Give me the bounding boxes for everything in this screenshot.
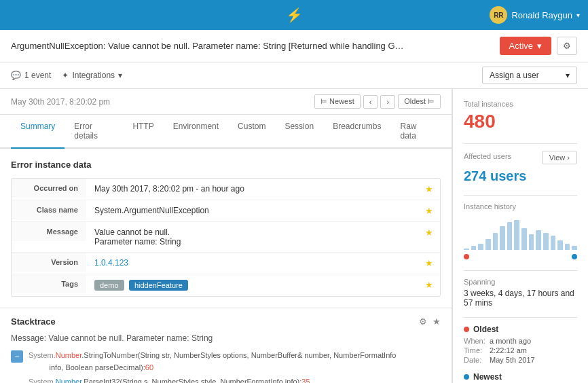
oldest-time-row: Time: 2:22:12 am	[464, 346, 577, 354]
user-menu[interactable]: RR Ronald Raygun ▾	[490, 6, 580, 24]
collapse-frame-button[interactable]: −	[11, 350, 23, 363]
assign-user-select[interactable]: Assign a user ▾	[482, 67, 577, 84]
event-count-item[interactable]: 💬 1 event	[11, 71, 51, 80]
oldest-button[interactable]: Oldest ⊨	[398, 94, 441, 109]
history-chart	[464, 216, 577, 250]
chart-bar	[493, 233, 498, 250]
table-row: Class name System.ArgumentNullException …	[12, 200, 440, 222]
tab-http[interactable]: HTTP	[123, 115, 163, 149]
chart-bar	[565, 244, 570, 250]
integrations-item[interactable]: ✦ Integrations ▾	[62, 71, 122, 80]
chart-bar	[536, 230, 541, 250]
settings-button[interactable]: ⚙	[557, 37, 577, 55]
affected-header: Affected users View ›	[464, 151, 577, 164]
stacktrace-gear-icon[interactable]: ⚙	[419, 316, 427, 327]
chart-bar	[478, 244, 483, 250]
integrations-label: Integrations	[72, 71, 115, 80]
toolbar-left: 💬 1 event ✦ Integrations ▾	[11, 71, 122, 80]
table-row: Tags demo hiddenFeature ★	[12, 274, 440, 296]
chart-bar	[529, 234, 534, 250]
frame-text: System.Number.ParseInt32(String s, Numbe…	[29, 376, 441, 383]
frame-class: Number	[56, 351, 82, 359]
chart-bar	[543, 233, 549, 250]
chart-bar	[471, 246, 477, 250]
tab-custom[interactable]: Custom	[228, 115, 275, 149]
content-area: Error instance data Occurred on May 30th…	[0, 149, 452, 308]
stack-frame: − System.Number.StringToNumber(String st…	[11, 350, 441, 373]
oldest-dot-icon	[464, 327, 469, 332]
frame-method: .ParseInt32(String s, NumberStyles style…	[81, 378, 301, 383]
timestamp-bar: May 30th 2017, 8:20:02 pm ⊨ Newest ‹ › O…	[0, 89, 452, 115]
date-key: Date:	[464, 356, 487, 364]
frame-method: .StringToNumber(String str, NumberStyles…	[29, 351, 396, 371]
star-class-icon[interactable]: ★	[418, 200, 440, 221]
star-message-icon[interactable]: ★	[418, 222, 440, 243]
oldest-event-header: Oldest	[464, 325, 577, 334]
active-button[interactable]: Active ▾	[500, 37, 551, 55]
spanning-section: Spanning 3 weeks, 4 days, 17 hours and 5…	[464, 278, 577, 308]
frame-namespace: System.	[29, 351, 56, 359]
oldest-when-value: a month ago	[490, 337, 531, 345]
instance-table: Occurred on May 30th 2017, 8:20:02 pm - …	[11, 178, 441, 297]
stacktrace-star-icon[interactable]: ★	[433, 316, 441, 327]
newest-button[interactable]: ⊨ Newest	[314, 94, 361, 109]
field-value-version: 1.0.4.123	[86, 253, 418, 273]
tab-raw-data[interactable]: Raw data	[391, 115, 441, 149]
frame-text: System.Number.StringToNumber(String str,…	[29, 350, 396, 373]
field-value-occurred: May 30th 2017, 8:20:02 pm - an hour ago	[86, 179, 418, 199]
tab-session[interactable]: Session	[275, 115, 323, 149]
field-label-version: Version	[12, 253, 86, 272]
tab-breadcrumbs[interactable]: Breadcrumbs	[323, 115, 390, 149]
chart-bar	[485, 239, 491, 250]
tab-summary[interactable]: Summary	[11, 115, 65, 149]
stack-frame: System.Number.ParseInt32(String s, Numbe…	[11, 376, 441, 383]
next-button[interactable]: ›	[380, 95, 395, 109]
integrations-chevron-icon: ▾	[118, 71, 122, 80]
chart-bar	[557, 240, 563, 250]
toolbar: 💬 1 event ✦ Integrations ▾ Assign a user…	[0, 62, 588, 89]
field-label-tags: Tags	[12, 274, 86, 293]
total-instances-block: Total instances 480	[464, 100, 577, 132]
tab-environment[interactable]: Environment	[164, 115, 228, 149]
chart-bar	[521, 228, 527, 250]
prev-button[interactable]: ‹	[363, 95, 378, 109]
instance-data-title: Error instance data	[11, 160, 441, 170]
tab-error-details[interactable]: Error details	[65, 115, 123, 149]
star-tags-icon[interactable]: ★	[418, 274, 440, 295]
star-occurred-icon[interactable]: ★	[418, 179, 440, 200]
table-row: Version 1.0.4.123 ★	[12, 253, 440, 274]
spanning-label: Spanning	[464, 278, 577, 286]
nav-controls: ⊨ Newest ‹ › Oldest ⊨	[314, 94, 441, 109]
app-logo-icon: ⚡	[286, 7, 303, 23]
chart-bar	[507, 222, 513, 250]
version-link[interactable]: 1.0.4.123	[94, 258, 128, 268]
instance-history-label: Instance history	[464, 202, 577, 211]
affected-users-label: Affected users	[464, 152, 511, 160]
username-label: Ronald Raygun	[511, 10, 572, 20]
chart-bar	[551, 236, 556, 250]
field-value-tags: demo hiddenFeature	[86, 274, 418, 296]
chart-bar	[514, 220, 519, 250]
left-panel: May 30th 2017, 8:20:02 pm ⊨ Newest ‹ › O…	[0, 89, 452, 383]
star-version-icon[interactable]: ★	[418, 253, 440, 274]
affected-users-block: Affected users View › 274 users	[464, 151, 577, 184]
tag-hidden-feature: hiddenFeature	[129, 280, 188, 291]
newest-event-header: Newest	[464, 372, 577, 382]
divider	[464, 270, 577, 271]
total-instances-label: Total instances	[464, 100, 577, 108]
header: ⚡ RR Ronald Raygun ▾	[0, 0, 588, 30]
chart-dots	[464, 254, 577, 259]
oldest-date-row: Date: May 5th 2017	[464, 356, 577, 364]
assign-chevron-icon: ▾	[566, 71, 570, 80]
oldest-event-block: Oldest When: a month ago Time: 2:22:12 a…	[464, 325, 577, 364]
newest-event-block: Newest When: an hour ago Time: 8:20:02 p…	[464, 372, 577, 383]
stacktrace-message: Message: Value cannot be null. Parameter…	[11, 333, 441, 343]
view-users-button[interactable]: View ›	[542, 151, 577, 164]
field-value-message: Value cannot be null.Parameter name: Str…	[86, 222, 418, 252]
chart-bar	[464, 249, 469, 250]
stacktrace-header: Stacktrace ⚙ ★	[11, 316, 441, 327]
field-value-class: System.ArgumentNullException	[86, 200, 418, 221]
sub-header: ArgumentNullException: Value cannot be n…	[0, 30, 588, 62]
when-key: When:	[464, 337, 487, 345]
frame-namespace: System.	[29, 378, 56, 383]
